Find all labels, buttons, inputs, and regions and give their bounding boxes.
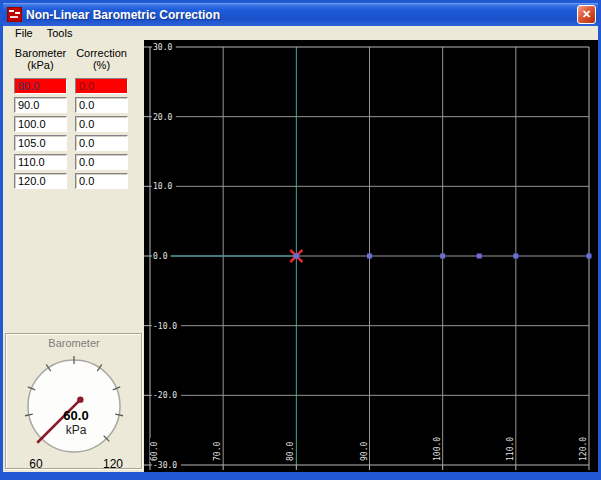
table-row: 100.00.0 xyxy=(14,116,144,132)
table-row: 105.00.0 xyxy=(14,135,144,151)
svg-text:90.0: 90.0 xyxy=(360,442,369,461)
correction-field[interactable]: 0.0 xyxy=(75,78,128,94)
gauge-drawing xyxy=(25,356,123,452)
window-body: Barometer (kPa) Correction (%) 80.00.090… xyxy=(3,40,598,472)
correction-field[interactable]: 0.0 xyxy=(75,135,128,151)
svg-text:30.0: 30.0 xyxy=(153,43,172,52)
barometer-field[interactable]: 110.0 xyxy=(14,154,67,170)
correction-panel: Barometer (kPa) Correction (%) 80.00.090… xyxy=(3,40,144,472)
svg-text:100.0: 100.0 xyxy=(433,437,442,461)
gauge-svg: Barometer 60.0 kPa 60 120 xyxy=(6,334,141,470)
gauge-max-label: 120 xyxy=(103,457,123,470)
window-title: Non-Linear Barometric Correction xyxy=(26,8,220,22)
correction-chart[interactable]: 30.020.010.00.0-10.0-20.0-30.060.070.080… xyxy=(144,40,598,472)
chart-svg: 30.020.010.00.0-10.0-20.0-30.060.070.080… xyxy=(144,40,598,475)
barometer-field[interactable]: 90.0 xyxy=(14,97,67,113)
svg-text:10.0: 10.0 xyxy=(153,182,172,191)
correction-field[interactable]: 0.0 xyxy=(75,154,128,170)
svg-text:70.0: 70.0 xyxy=(213,442,222,461)
title-bar[interactable]: Non-Linear Barometric Correction ✕ xyxy=(3,3,598,26)
svg-text:20.0: 20.0 xyxy=(153,113,172,122)
gauge-title: Barometer xyxy=(48,337,100,349)
correction-field[interactable]: 0.0 xyxy=(75,173,128,189)
close-icon: ✕ xyxy=(582,8,591,21)
menu-item-tools[interactable]: Tools xyxy=(41,27,79,40)
correction-table-rows: 80.00.090.00.0100.00.0105.00.0110.00.012… xyxy=(3,71,144,189)
app-window: Non-Linear Barometric Correction ✕ FileT… xyxy=(0,0,601,480)
table-row: 90.00.0 xyxy=(14,97,144,113)
svg-text:80.0: 80.0 xyxy=(286,442,295,461)
gauge-min-label: 60 xyxy=(29,457,43,470)
barometer-field[interactable]: 80.0 xyxy=(14,78,67,94)
barometer-column-header: Barometer (kPa) xyxy=(14,48,67,71)
svg-text:-10.0: -10.0 xyxy=(153,322,177,331)
svg-text:0.0: 0.0 xyxy=(153,252,168,261)
svg-text:120.0: 120.0 xyxy=(579,437,588,461)
table-row: 80.00.0 xyxy=(14,78,144,94)
table-header: Barometer (kPa) Correction (%) xyxy=(3,40,144,71)
svg-text:110.0: 110.0 xyxy=(506,437,515,461)
barometer-gauge-box: Barometer 60.0 kPa 60 120 xyxy=(5,333,142,469)
svg-text:-30.0: -30.0 xyxy=(153,461,177,470)
close-button[interactable]: ✕ xyxy=(577,5,596,24)
svg-text:60.0: 60.0 xyxy=(150,442,159,461)
barometer-field[interactable]: 105.0 xyxy=(14,135,67,151)
gauge-unit: kPa xyxy=(66,423,87,437)
barometer-field[interactable]: 100.0 xyxy=(14,116,67,132)
menu-item-file[interactable]: File xyxy=(9,27,39,40)
gauge-value: 60.0 xyxy=(63,408,88,423)
correction-column-header: Correction (%) xyxy=(75,48,128,71)
app-icon xyxy=(7,7,22,22)
barometer-field[interactable]: 120.0 xyxy=(14,173,67,189)
svg-text:-20.0: -20.0 xyxy=(153,391,177,400)
menu-bar: FileTools xyxy=(3,26,598,40)
correction-field[interactable]: 0.0 xyxy=(75,116,128,132)
table-row: 110.00.0 xyxy=(14,154,144,170)
correction-field[interactable]: 0.0 xyxy=(75,97,128,113)
table-row: 120.00.0 xyxy=(14,173,144,189)
